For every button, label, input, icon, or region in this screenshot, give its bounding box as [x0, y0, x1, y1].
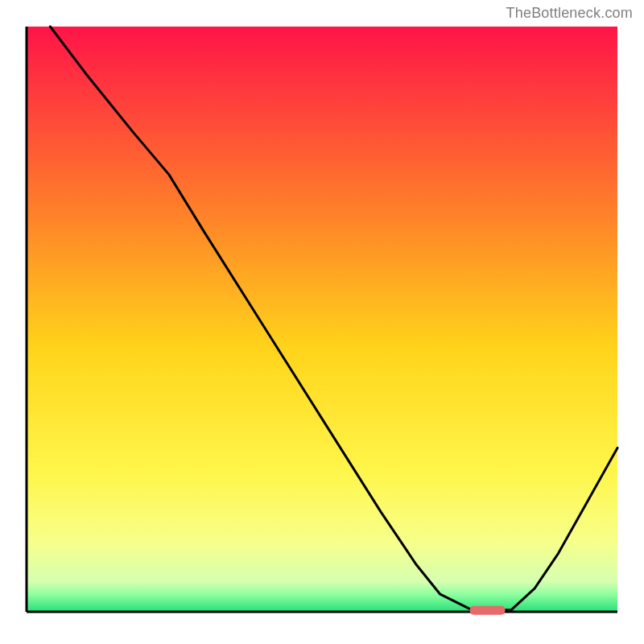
bottleneck-plot: [0, 0, 644, 644]
optimum-marker: [470, 606, 506, 615]
watermark: TheBottleneck.com: [506, 5, 633, 22]
chart-container: TheBottleneck.com: [0, 0, 644, 644]
plot-background: [27, 27, 617, 612]
